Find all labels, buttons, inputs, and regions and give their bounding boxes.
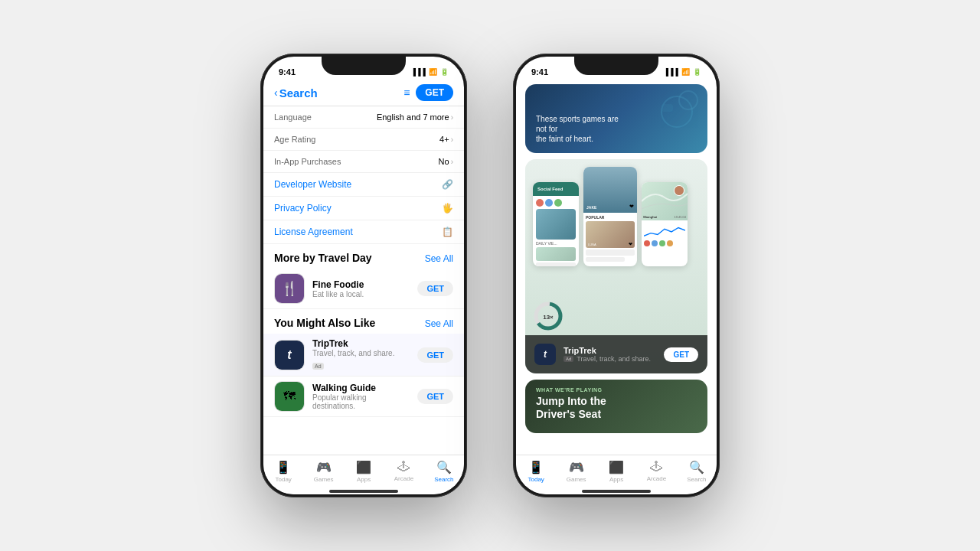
license-agreement-text: License Agreement [274,227,439,237]
back-button[interactable]: ‹ Search [274,86,318,99]
in-app-label: In-App Purchases [274,157,351,166]
triptrek-info: TripTrek Travel, track, and share. Ad [312,338,410,371]
tab2-arcade-label: Arcade [647,475,666,482]
also-like-title: You Might Also Like [274,317,425,329]
status-time-2: 9:41 [531,67,548,77]
developer-website-link[interactable]: Developer Website 🔗 [263,173,464,197]
walking-guide-get-button[interactable]: GET [417,389,453,404]
games-icon-2: 🎮 [569,460,584,474]
tab2-today[interactable]: 📱 Today [516,460,556,483]
tab-apps-label: Apps [357,476,371,483]
walking-guide-row: 🗺 Walking Guide Popular walking destinat… [263,377,464,417]
age-rating-value: 4+ [439,135,449,144]
tab2-search[interactable]: 🔍 Search [677,460,717,483]
fine-foodie-info: Fine Foodie Eat like a local. [312,279,410,298]
also-like-see-all[interactable]: See All [425,318,453,329]
tab-arcade[interactable]: 🕹 Arcade [384,460,423,482]
wifi-icon-2: 📶 [681,68,690,76]
sports-card[interactable]: These sports games are not forthe faint … [525,84,707,153]
tab-arcade-label: Arcade [394,475,413,482]
list-icon[interactable]: ≡ [403,86,410,99]
triptrek-icon: t [274,340,305,370]
arcade-icon-2: 🕹 [650,460,662,474]
language-row: Language English and 7 more › [263,106,464,129]
fine-foodie-row: 🍴 Fine Foodie Eat like a local. GET [263,269,464,309]
phone-2: 9:41 ▐▐▐ 📶 🔋 These sports games ar [513,54,720,497]
apps-icon-2: ⬛ [609,460,624,474]
tab-today-label: Today [276,476,292,483]
tab-apps[interactable]: ⬛ Apps [344,460,384,483]
tab2-apps-label: Apps [609,476,623,483]
more-by-title: More by Travel Day [274,252,425,264]
tab-bar-1: 📱 Today 🎮 Games ⬛ Apps 🕹 Arcade 🔍 [263,455,464,494]
search-icon-2: 🔍 [689,460,704,474]
card-app-info: TripTrek Ad Travel, track, and share. [564,346,656,363]
wifi-icon: 📶 [429,68,437,76]
svg-rect-2 [662,104,673,112]
walking-guide-info: Walking Guide Popular walking destinatio… [312,383,410,410]
back-label: Search [279,86,318,99]
phone-1: 9:41 ▐▐▐ 📶 🔋 ‹ Search ≡ GET [260,54,467,497]
tab-games-label: Games [314,476,334,483]
age-rating-row: Age Rating 4+ › [263,129,464,151]
card-app-icon: t [534,344,556,365]
triptrek-subtitle: Travel, track, and share. [312,349,410,357]
driver-card-title: Jump Into theDriver's Seat [536,395,697,421]
fine-foodie-get-button[interactable]: GET [417,281,453,296]
today-icon: 📱 [276,460,291,474]
fine-foodie-icon: 🍴 [274,273,305,304]
chevron-icon: › [451,113,453,122]
triptrek-ad-badge: Ad [312,363,324,370]
tab2-today-label: Today [528,476,544,483]
signal-icon-2: ▐▐▐ [664,68,678,76]
screenshots-row: Social Feed DAILY VIE... [533,167,700,266]
triptrek-get-button[interactable]: GET [417,347,453,363]
more-by-see-all[interactable]: See All [425,253,453,264]
notch-1 [322,57,406,75]
svg-point-1 [679,91,697,109]
card-app-desc: Travel, track, and share. [577,355,651,363]
tab2-apps[interactable]: ⬛ Apps [596,460,636,483]
external-link-icon: 🔗 [442,179,453,190]
games-icon: 🎮 [316,460,332,474]
document-icon: 📋 [442,227,453,237]
tab2-arcade[interactable]: 🕹 Arcade [636,460,676,482]
apps-icon: ⬛ [356,460,371,474]
developer-website-text: Developer Website [274,179,439,190]
age-rating-label: Age Rating [274,135,351,144]
tab-today[interactable]: 📱 Today [263,460,303,483]
tab-games[interactable]: 🎮 Games [303,460,343,483]
in-app-row: In-App Purchases No › [263,151,464,173]
tab-search[interactable]: 🔍 Search [424,460,464,483]
walking-guide-name: Walking Guide [312,383,410,393]
language-label: Language [274,112,351,122]
get-button-top[interactable]: GET [416,84,453,101]
tab2-games[interactable]: 🎮 Games [556,460,596,483]
arcade-icon: 🕹 [397,460,410,474]
driver-card[interactable]: WHAT WE'RE PLAYING Jump Into theDriver's… [525,380,707,433]
status-icons-1: ▐▐▐ 📶 🔋 [411,68,449,76]
card-app-name: TripTrek [564,346,656,355]
walking-guide-subtitle: Popular walking destinations. [312,393,410,410]
notch-2 [574,57,658,75]
hand-icon: 🖐 [442,203,453,214]
social-card[interactable]: Social Feed DAILY VIE... [525,159,707,373]
search-icon: 🔍 [436,460,452,474]
sports-card-text: These sports games are not forthe faint … [536,114,628,144]
ring-chart: 13× [533,301,564,331]
more-by-section-header: More by Travel Day See All [263,244,464,269]
screenshot-3: Shanghai 19:45:04 [642,182,688,266]
battery-icon: 🔋 [440,68,449,76]
status-time-1: 9:41 [279,67,296,77]
card-get-button[interactable]: GET [664,347,698,362]
fine-foodie-name: Fine Foodie [312,279,410,290]
chevron-icon-3: › [451,158,453,166]
today-icon-2: 📱 [528,460,544,474]
triptrek-name: TripTrek [312,338,410,349]
language-value: English and 7 more [377,112,449,122]
privacy-policy-link[interactable]: Privacy Policy 🖐 [263,197,464,220]
license-agreement-link[interactable]: License Agreement 📋 [263,220,464,244]
nav-header: ‹ Search ≡ GET [263,81,464,106]
chevron-icon-2: › [451,135,453,144]
also-like-section-header: You Might Also Like See All [263,309,464,334]
